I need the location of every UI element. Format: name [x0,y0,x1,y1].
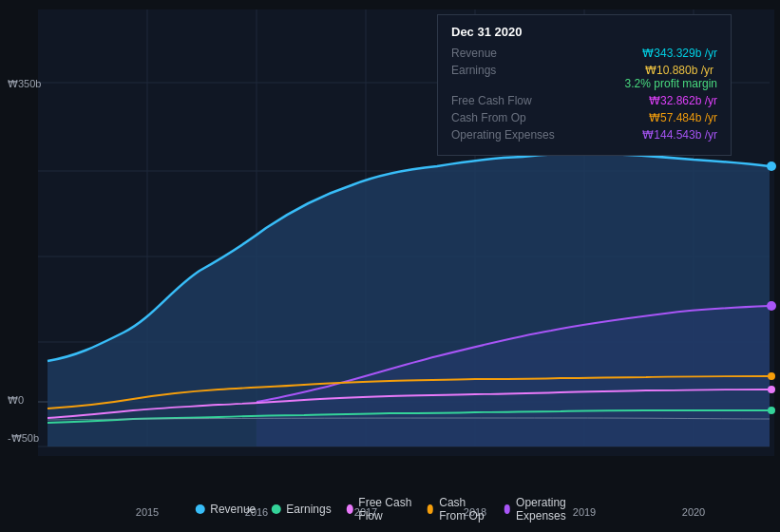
legend-earnings-label: Earnings [286,503,331,516]
cashfromop-label: Cash From Op [451,111,556,124]
cashfromop-row: Cash From Op ₩57.484b /yr [451,111,717,124]
opex-dot [504,504,510,514]
legend-opex: Operating Expenses [504,496,584,522]
legend-earnings: Earnings [271,503,331,516]
revenue-label: Revenue [451,47,556,60]
legend-opex-label: Operating Expenses [516,496,585,522]
legend-cashfromop-label: Cash From Op [439,496,488,522]
y-label-0: ₩0 [8,394,24,407]
info-box: Dec 31 2020 Revenue ₩343.329b /yr Earnin… [437,14,732,156]
fcf-label: Free Cash Flow [451,94,556,107]
fcf-dot [347,504,353,514]
y-label-350b: ₩350b [8,78,41,90]
svg-point-17 [768,386,775,393]
earnings-label: Earnings [451,64,556,77]
revenue-dot [195,504,204,514]
x-label-2020: 2020 [682,506,705,518]
fcf-row: Free Cash Flow ₩32.862b /yr [451,94,717,107]
legend-fcf: Free Cash Flow [347,496,412,522]
legend-fcf-label: Free Cash Flow [358,496,411,522]
chart-legend: Revenue Earnings Free Cash Flow Cash Fro… [195,496,585,522]
earnings-row: Earnings ₩10.880b /yr 3.2% profit margin [451,64,717,90]
opex-label: Operating Expenses [451,128,556,142]
cashfromop-value: ₩57.484b /yr [649,111,717,124]
legend-cashfromop: Cash From Op [428,496,489,522]
opex-value: ₩144.543b /yr [642,128,717,142]
info-box-title: Dec 31 2020 [451,25,717,39]
chart-container: Dec 31 2020 Revenue ₩343.329b /yr Earnin… [0,0,780,532]
earnings-dot [271,504,280,514]
svg-point-14 [767,162,776,171]
svg-point-16 [768,372,775,380]
legend-revenue-label: Revenue [210,503,256,516]
opex-row: Operating Expenses ₩144.543b /yr [451,128,717,142]
revenue-value: ₩343.329b /yr [642,47,717,60]
svg-point-18 [768,407,775,414]
fcf-value: ₩32.862b /yr [649,94,717,107]
earnings-value: ₩10.880b /yr 3.2% profit margin [625,64,717,90]
revenue-row: Revenue ₩343.329b /yr [451,47,717,60]
x-label-2015: 2015 [136,506,159,518]
cashfromop-dot [428,504,434,514]
legend-revenue: Revenue [195,503,256,516]
y-label-neg50b: -₩50b [8,432,39,445]
profit-margin: 3.2% profit margin [625,77,717,90]
svg-point-15 [767,301,776,311]
